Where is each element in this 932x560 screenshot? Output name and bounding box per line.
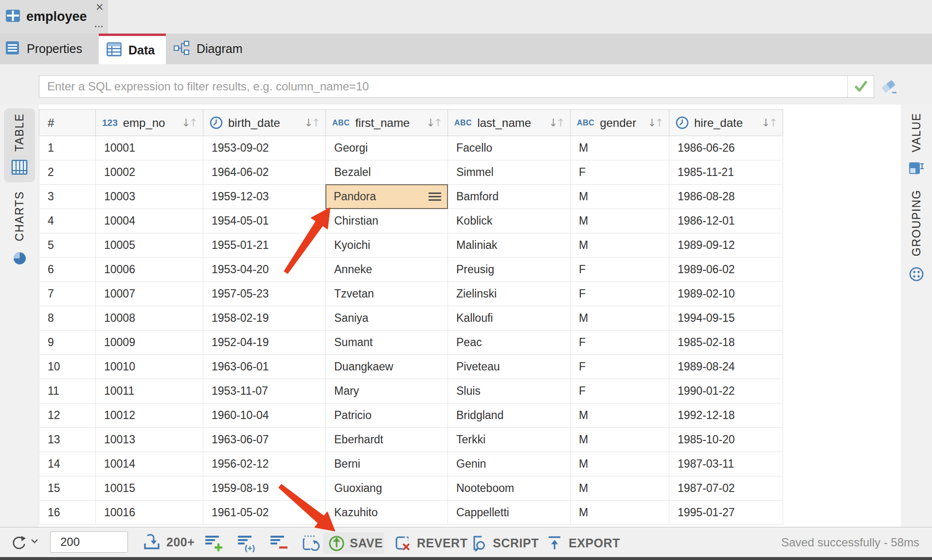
data-cell[interactable]: 1963-06-01 xyxy=(203,355,326,379)
data-cell[interactable]: Simmel xyxy=(448,160,571,185)
add-row-button[interactable] xyxy=(204,534,224,554)
data-cell[interactable]: F xyxy=(571,258,669,282)
row-number-cell[interactable]: 4 xyxy=(39,209,96,233)
data-cell[interactable]: M xyxy=(571,306,669,331)
data-cell[interactable]: 10003 xyxy=(96,185,203,209)
column-header-gender[interactable]: ABCgender↓↑ xyxy=(571,109,669,136)
data-cell[interactable]: Mary xyxy=(326,379,448,403)
more-options-icon[interactable]: … xyxy=(94,18,104,30)
clear-filter-button[interactable] xyxy=(878,76,899,97)
data-cell[interactable]: 10013 xyxy=(96,428,203,452)
column-header-last_name[interactable]: ABClast_name↓↑ xyxy=(448,109,571,136)
data-cell[interactable]: Sumant xyxy=(326,331,448,355)
document-tab-employee[interactable]: employee xyxy=(0,0,108,34)
row-number-cell[interactable]: 12 xyxy=(39,403,96,428)
data-cell[interactable]: 1994-09-15 xyxy=(669,306,783,331)
data-cell[interactable]: Saniya xyxy=(326,306,448,331)
row-number-cell[interactable]: 1 xyxy=(39,136,96,160)
data-cell[interactable]: 10011 xyxy=(96,379,203,403)
fetch-size-input[interactable] xyxy=(50,531,128,553)
export-button[interactable]: EXPORT xyxy=(546,532,620,554)
data-cell[interactable]: 1992-12-18 xyxy=(669,403,783,428)
data-cell[interactable]: Koblick xyxy=(448,209,571,233)
data-cell[interactable]: 1959-12-03 xyxy=(203,185,326,209)
data-cell[interactable]: 1987-03-11 xyxy=(669,452,783,476)
data-cell[interactable]: F xyxy=(571,379,669,403)
data-cell[interactable]: 10002 xyxy=(96,160,203,185)
save-button[interactable]: SAVE xyxy=(323,532,384,554)
data-cell[interactable]: M xyxy=(571,403,669,428)
data-cell[interactable]: Berni xyxy=(326,452,448,476)
data-cell[interactable]: M xyxy=(571,428,669,452)
data-cell[interactable]: 1989-02-10 xyxy=(669,282,783,306)
data-cell[interactable]: Patricio xyxy=(326,403,448,428)
sort-icon[interactable]: ↓↑ xyxy=(426,118,443,128)
data-cell[interactable]: 10010 xyxy=(96,355,203,379)
data-cell[interactable]: Georgi xyxy=(326,136,448,160)
refresh-dropdown-chevron-icon[interactable] xyxy=(31,539,38,543)
data-cell[interactable]: 1955-01-21 xyxy=(203,233,326,258)
data-cell[interactable]: 10009 xyxy=(96,331,203,355)
sidebar-tab-value[interactable]: VALUE xyxy=(901,112,932,180)
duplicate-row-button[interactable]: (+) xyxy=(237,534,256,554)
data-cell[interactable]: 1986-12-01 xyxy=(669,209,783,233)
data-cell[interactable]: Duangkaew xyxy=(326,355,448,379)
sidebar-tab-grouping[interactable]: GROUPING xyxy=(901,189,932,286)
tab-properties[interactable]: Properties xyxy=(0,34,97,64)
data-cell[interactable]: 1963-06-07 xyxy=(203,428,326,452)
data-cell[interactable]: Nooteboom xyxy=(448,476,571,501)
data-cell[interactable]: 1989-08-24 xyxy=(669,355,783,379)
selected-cell-box[interactable]: Pandora xyxy=(325,184,448,209)
data-cell[interactable]: 1957-05-23 xyxy=(203,282,326,306)
data-cell[interactable]: 10005 xyxy=(96,233,203,258)
data-cell[interactable]: 10015 xyxy=(96,476,203,501)
data-cell[interactable]: 1989-09-12 xyxy=(669,233,783,258)
data-cell[interactable]: Facello xyxy=(448,136,571,160)
data-cell[interactable]: 1956-02-12 xyxy=(203,452,326,476)
tab-diagram[interactable]: Diagram xyxy=(168,34,255,64)
data-cell[interactable]: F xyxy=(571,160,669,185)
data-cell[interactable]: 10008 xyxy=(96,306,203,331)
sort-icon[interactable]: ↓↑ xyxy=(181,118,198,128)
revert-button[interactable]: REVERT xyxy=(393,532,467,554)
tab-data[interactable]: Data xyxy=(99,34,166,64)
data-cell[interactable]: M xyxy=(571,501,669,525)
data-cell[interactable]: 10001 xyxy=(96,136,203,160)
data-cell[interactable]: Terkki xyxy=(448,428,571,452)
data-cell[interactable]: M xyxy=(571,452,669,476)
data-cell[interactable]: 1987-07-02 xyxy=(669,476,783,501)
data-cell[interactable]: 1986-06-26 xyxy=(669,136,783,160)
data-cell[interactable]: 1954-05-01 xyxy=(203,209,326,233)
data-cell[interactable]: Piveteau xyxy=(448,355,571,379)
data-cell[interactable]: 1985-02-18 xyxy=(669,331,783,355)
data-cell[interactable]: 1953-11-07 xyxy=(203,379,326,403)
data-cell[interactable]: 10004 xyxy=(96,209,203,233)
row-number-cell[interactable]: 11 xyxy=(39,379,96,403)
data-cell[interactable]: 10012 xyxy=(96,403,203,428)
close-icon[interactable]: ✕ xyxy=(95,1,104,14)
column-header-emp_no[interactable]: 123emp_no↓↑ xyxy=(96,109,203,136)
sort-icon[interactable]: ↓↑ xyxy=(761,118,778,128)
row-number-cell[interactable]: 2 xyxy=(39,160,96,185)
data-cell[interactable]: 1989-06-02 xyxy=(669,258,783,282)
data-cell[interactable]: F xyxy=(571,282,669,306)
data-cell[interactable]: 1995-01-27 xyxy=(669,501,783,525)
data-cell[interactable]: Kalloufi xyxy=(448,306,571,331)
sort-icon[interactable]: ↓↑ xyxy=(549,118,565,128)
data-cell[interactable]: 1959-08-19 xyxy=(203,476,326,501)
data-cell[interactable]: Cappelletti xyxy=(448,501,571,525)
data-cell[interactable]: 10007 xyxy=(96,282,203,306)
data-cell[interactable]: Bridgland xyxy=(448,403,571,428)
row-number-cell[interactable]: 8 xyxy=(39,306,96,331)
script-button[interactable]: SCRIPT xyxy=(469,532,539,554)
data-cell[interactable]: Genin xyxy=(448,452,571,476)
selected-cell[interactable]: Pandora xyxy=(326,185,448,209)
data-cell[interactable]: 1953-09-02 xyxy=(203,136,326,160)
column-header-first_name[interactable]: ABCfirst_name↓↑ xyxy=(326,109,448,136)
data-cell[interactable]: 10014 xyxy=(96,452,203,476)
row-number-cell[interactable]: 6 xyxy=(39,258,96,282)
sidebar-tab-table[interactable]: TABLE xyxy=(4,108,35,182)
row-number-cell[interactable]: 9 xyxy=(39,331,96,355)
data-cell[interactable]: M xyxy=(571,233,669,258)
sort-icon[interactable]: ↓↑ xyxy=(647,118,664,128)
